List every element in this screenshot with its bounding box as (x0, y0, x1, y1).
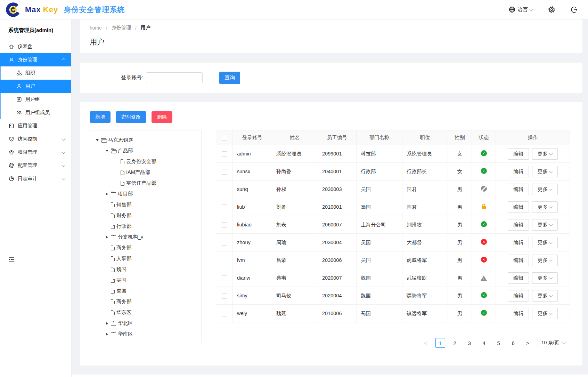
page-button-5[interactable]: 5 (494, 338, 504, 348)
sidebar-item-dashboard[interactable]: 仪表盘 (0, 40, 71, 53)
tree-node[interactable]: 行政部 (90, 221, 201, 232)
edit-button[interactable]: 编辑 (508, 184, 529, 195)
cell-account: liubiao (233, 216, 272, 234)
sidebar-item-usergroup[interactable]: 用户组 (0, 93, 71, 106)
tree-node[interactable]: 产品部 (90, 145, 201, 156)
page-button-1[interactable]: 1 (435, 338, 445, 348)
more-button[interactable]: 更多 (532, 308, 558, 319)
row-checkbox[interactable] (222, 293, 227, 299)
tree-node[interactable]: 商务部 (90, 296, 201, 307)
change-password-button[interactable]: 密码修改 (116, 111, 146, 123)
settings-button[interactable] (548, 6, 555, 13)
tree-caret-down-icon[interactable] (93, 139, 101, 141)
tree-caret-right-icon[interactable] (103, 193, 111, 195)
more-button[interactable]: 更多 (532, 219, 558, 231)
edit-button[interactable]: 编辑 (508, 272, 529, 284)
chevron-down-icon (62, 137, 65, 141)
sidebar-item-applications[interactable]: 应用管理 (0, 119, 71, 133)
language-menu[interactable]: 语言 (509, 6, 533, 13)
row-checkbox[interactable] (222, 258, 227, 263)
more-button[interactable]: 更多 (532, 148, 558, 160)
tree-node[interactable]: 吴国 (90, 275, 201, 286)
tree-node[interactable]: 人事部 (90, 253, 201, 264)
tree-node[interactable]: 零信任产品部 (90, 178, 201, 188)
page-size-select[interactable]: 10 条/页 (538, 338, 569, 348)
prev-page-button[interactable]: < (421, 338, 431, 348)
row-checkbox[interactable] (222, 187, 227, 192)
more-button[interactable]: 更多 (532, 255, 558, 266)
more-button[interactable]: 更多 (532, 237, 558, 248)
breadcrumb: home / 身份管理 / 用户 (90, 25, 582, 31)
more-button[interactable]: 更多 (532, 166, 558, 177)
next-page-button[interactable]: > (523, 338, 533, 348)
breadcrumb-section[interactable]: 身份管理 (112, 25, 131, 31)
user-table-body: admin系统管理员2099001科技部系统管理员女✓编辑更多sunsx孙尚香2… (216, 145, 570, 322)
sidebar-item-audit-log[interactable]: 日志审计 (0, 172, 71, 185)
page-button-2[interactable]: 2 (450, 338, 460, 348)
row-checkbox[interactable] (222, 151, 227, 157)
edit-button[interactable]: 编辑 (508, 237, 529, 248)
edit-button[interactable]: 编辑 (508, 148, 529, 160)
tree-node[interactable]: 销售部 (90, 199, 201, 210)
add-button[interactable]: 新增 (90, 111, 111, 123)
folder-icon (111, 192, 116, 196)
row-checkbox[interactable] (222, 311, 227, 316)
tree-node[interactable]: 分支机构_v (90, 232, 201, 242)
sidebar-item-permissions[interactable]: 权限管理 (0, 146, 71, 159)
edit-button[interactable]: 编辑 (508, 255, 529, 266)
breadcrumb-home[interactable]: home (90, 25, 102, 31)
tree-node[interactable]: 项目部 (90, 188, 201, 199)
tree-node[interactable]: 华东区 (90, 307, 201, 318)
sidebar-item-organization[interactable]: 组织 (0, 66, 71, 80)
sidebar-item-usergroup-members[interactable]: 用户组成员 (0, 106, 71, 119)
edit-button[interactable]: 编辑 (508, 219, 529, 231)
edit-button[interactable]: 编辑 (508, 201, 529, 213)
row-checkbox[interactable] (222, 169, 227, 175)
row-checkbox[interactable] (222, 275, 227, 281)
tree-caret-right-icon[interactable] (103, 333, 111, 336)
cell-employee-id: 2060007 (318, 216, 357, 234)
query-button[interactable]: 查询 (219, 72, 240, 84)
tree-caret-down-icon[interactable] (103, 150, 111, 152)
sidebar-item-configuration[interactable]: 配置管理 (0, 159, 71, 172)
edit-button[interactable]: 编辑 (508, 308, 529, 319)
tree-node[interactable]: IAM产品部 (90, 167, 201, 178)
tree-caret-right-icon[interactable] (103, 236, 111, 239)
login-account-input[interactable] (146, 72, 203, 83)
edit-button[interactable]: 编辑 (508, 166, 529, 177)
row-checkbox[interactable] (222, 240, 227, 246)
tree-node-label: 魏国 (116, 266, 126, 273)
sidebar-item-user[interactable]: 用户 (0, 80, 71, 93)
cell-name: 魏延 (272, 305, 318, 322)
row-checkbox[interactable] (222, 204, 227, 210)
page-button-6[interactable]: 6 (508, 338, 518, 348)
breadcrumb-separator: / (106, 25, 107, 31)
select-all-checkbox[interactable] (222, 135, 227, 141)
tree-node[interactable]: 财务部 (90, 210, 201, 221)
tree-caret-right-icon[interactable] (103, 322, 111, 325)
delete-button[interactable]: 删除 (152, 111, 172, 123)
tree-node[interactable]: 马克思钥匙 (90, 135, 201, 145)
more-button[interactable]: 更多 (532, 184, 558, 195)
sidebar-item-identity[interactable]: 身份管理 (0, 53, 71, 66)
tree-node[interactable]: 华北区 (90, 318, 201, 329)
page-button-4[interactable]: 4 (479, 338, 489, 348)
more-button[interactable]: 更多 (532, 290, 558, 302)
tree-node[interactable]: 云身份安全部 (90, 156, 201, 167)
more-button[interactable]: 更多 (532, 272, 558, 284)
tree-node[interactable]: 蜀国 (90, 286, 201, 296)
sidebar-item-access-control[interactable]: 访问控制 (0, 133, 71, 146)
tree-node[interactable]: 商务部 (90, 242, 201, 253)
col-header-department: 部门名称 (357, 130, 402, 145)
row-checkbox[interactable] (222, 222, 227, 228)
more-button[interactable]: 更多 (532, 201, 558, 213)
sidebar-collapse-button[interactable] (8, 257, 15, 263)
edit-button[interactable]: 编辑 (508, 290, 529, 302)
cell-gender: 男 (448, 234, 472, 251)
brand[interactable]: MaxKey 身份安全管理系统 (5, 2, 125, 18)
tree-node[interactable]: 华南区 (90, 329, 201, 339)
page-button-3[interactable]: 3 (465, 338, 474, 348)
tree-node[interactable]: 魏国 (90, 264, 201, 275)
logout-button[interactable] (571, 6, 578, 13)
chevron-up-icon (62, 58, 65, 62)
